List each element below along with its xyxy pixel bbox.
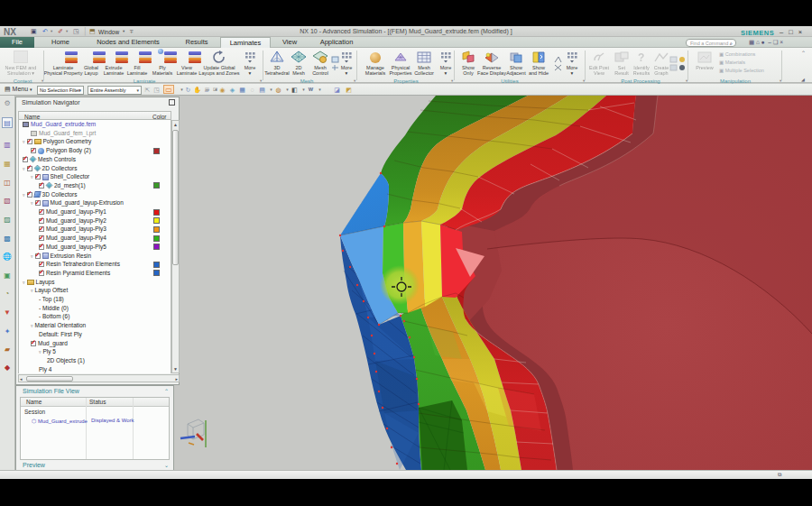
- svg-text:?: ?: [638, 51, 644, 64]
